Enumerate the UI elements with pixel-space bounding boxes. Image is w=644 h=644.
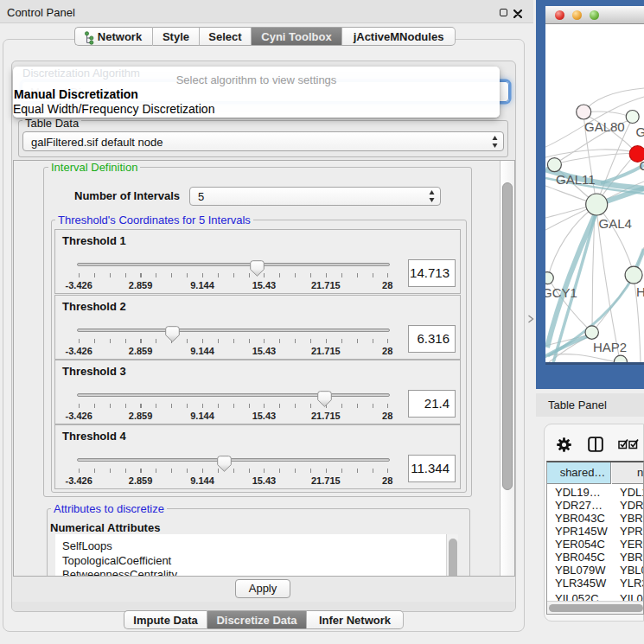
svg-text:GA: GA [636,124,644,139]
svg-text:C: C [640,158,644,173]
svg-text:H: H [636,284,644,299]
svg-text:GCY1: GCY1 [545,285,577,300]
svg-text:HAP2: HAP2 [593,340,627,354]
svg-text:GAL4: GAL4 [599,216,632,231]
svg-text:GAL11: GAL11 [556,172,596,187]
svg-text:GAL80: GAL80 [584,119,625,134]
